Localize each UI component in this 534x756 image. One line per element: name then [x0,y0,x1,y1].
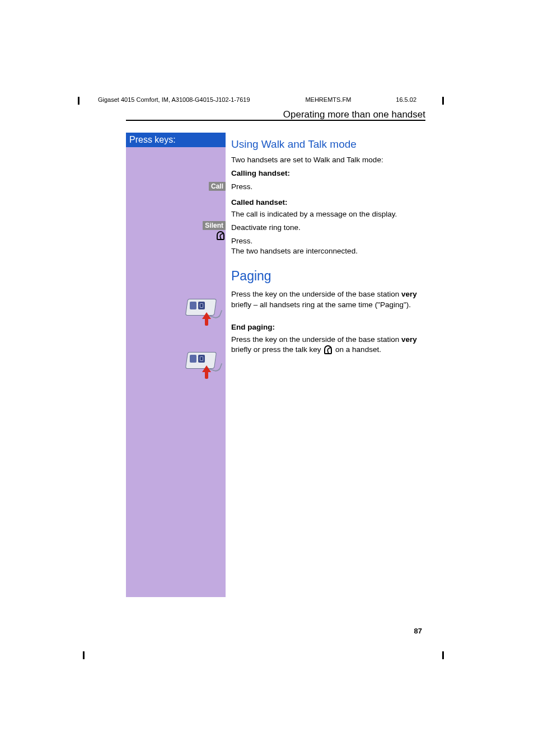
key-call: Call [126,181,226,191]
page: Gigaset 4015 Comfort, IM, A31008-G4015-J… [0,0,534,756]
paging-text-part: briefly – all handsets ring at the same … [231,300,411,309]
header-doc-id: Gigaset 4015 Comfort, IM, A31008-G4015-J… [98,96,250,103]
header-date: 16.5.02 [385,96,416,103]
very-bold: very [401,290,417,298]
running-header: Gigaset 4015 Comfort, IM, A31008-G4015-J… [98,96,416,103]
very-bold: very [401,335,417,344]
crop-tick-top-left [78,97,79,105]
paging-end-part: Press the key on the underside of the ba… [231,335,401,344]
crop-tick-top-right [442,97,444,105]
calling-handset-label: Calling handset: [231,168,425,179]
red-arrow-icon [203,365,209,379]
heading-paging: Paging [231,267,425,285]
crop-tick-bottom-left [83,651,85,659]
call-softkey-icon: Call [209,182,226,191]
paging-start-text: Press the key on the underside of the ba… [231,289,425,309]
press-text-1: Press. [231,182,425,192]
deactivate-text: Deactivate ring tone. [231,223,425,233]
base-station-image-2 [126,349,226,374]
page-number: 87 [414,627,422,635]
paging-end-part: briefly or press the talk key [231,345,323,354]
press-text-2: Press. [231,236,425,246]
talk-key-icon [324,345,332,354]
sidebar-title: Press keys: [126,133,226,147]
red-arrow-icon [203,312,209,326]
end-paging-label: End paging: [231,322,425,332]
interconnected-text: The two handsets are interconnected. [231,246,425,256]
header-rule [126,120,425,121]
base-station-image-1 [126,295,226,321]
main-content: Using Walk and Talk mode Two handsets ar… [231,133,425,359]
key-talk [126,231,226,242]
talk-key-icon [217,231,224,240]
paging-end-part: on a handset. [333,345,381,354]
crop-tick-bottom-right [442,651,444,659]
paging-text-part: Press the key on the underside of the ba… [231,290,401,298]
key-silent: Silent [126,220,226,230]
called-handset-text: The call is indicated by a message on th… [231,209,425,219]
header-file: MEHREMTS.FM [250,96,385,103]
section-title: Operating more than one handset [126,109,425,120]
paging-end-text: Press the key on the underside of the ba… [231,335,425,355]
walk-talk-intro: Two handsets are set to Walk and Talk mo… [231,155,425,165]
silent-softkey-icon: Silent [203,221,226,230]
called-handset-label: Called handset: [231,198,425,208]
heading-walk-and-talk: Using Walk and Talk mode [231,137,425,152]
